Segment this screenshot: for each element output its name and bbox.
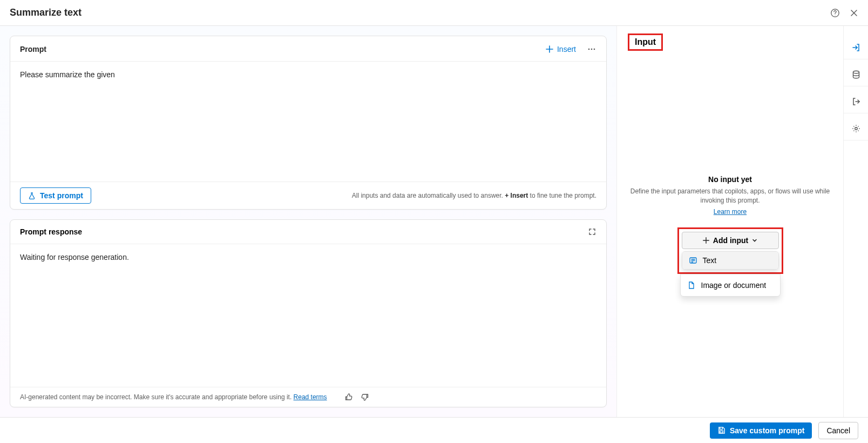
response-card: Prompt response Waiting for response gen… [10, 219, 607, 407]
svg-point-6 [588, 49, 590, 50]
menu-item-text-label: Text [703, 256, 717, 265]
rail-output-icon[interactable] [844, 90, 869, 113]
rail-input-icon[interactable] [844, 36, 869, 59]
plus-icon [545, 45, 554, 53]
svg-point-1 [835, 15, 835, 15]
svg-point-16 [855, 127, 857, 129]
save-label: Save custom prompt [730, 426, 804, 435]
document-icon [687, 281, 696, 290]
empty-title: No input yet [628, 175, 832, 184]
page-title: Summarize text [10, 7, 830, 18]
learn-more-link[interactable]: Learn more [628, 208, 832, 216]
help-icon[interactable] [830, 8, 840, 18]
read-terms-link[interactable]: Read terms [294, 393, 327, 401]
save-icon [717, 426, 725, 434]
menu-item-image-label: Image or document [701, 281, 767, 290]
more-icon[interactable] [587, 44, 596, 54]
test-prompt-label: Test prompt [40, 191, 83, 200]
response-footer: AI-generated content may be incorrect. M… [10, 387, 606, 407]
response-card-title: Prompt response [20, 227, 588, 236]
add-input-menu: Text [682, 251, 779, 270]
svg-point-15 [853, 71, 859, 73]
thumbs-up-icon[interactable] [344, 393, 353, 401]
disclaimer-text: AI-generated content may be incorrect. M… [20, 393, 327, 401]
response-body: Waiting for response generation. [10, 244, 606, 387]
svg-point-8 [594, 49, 595, 50]
cancel-button[interactable]: Cancel [818, 422, 858, 439]
right-rail [843, 26, 868, 417]
add-input-label: Add input [713, 236, 748, 245]
prompt-hint: All inputs and data are automatically us… [352, 192, 596, 199]
prompt-card: Prompt Insert Please summarize the given… [10, 36, 607, 210]
empty-desc: Define the input parameters that copilot… [628, 187, 832, 206]
svg-point-7 [591, 49, 593, 50]
prompt-card-title: Prompt [20, 45, 542, 53]
svg-rect-17 [720, 431, 723, 433]
insert-button[interactable]: Insert [542, 43, 579, 56]
plus-icon [702, 237, 710, 244]
input-tab[interactable]: Input [628, 33, 663, 51]
test-prompt-button[interactable]: Test prompt [20, 187, 91, 204]
empty-state: No input yet Define the input parameters… [628, 175, 832, 274]
insert-label: Insert [557, 45, 576, 53]
menu-item-text[interactable]: Text [682, 252, 778, 269]
page-header: Summarize text [0, 0, 868, 26]
save-button[interactable]: Save custom prompt [710, 422, 812, 439]
expand-icon[interactable] [588, 227, 596, 236]
text-icon [689, 256, 697, 265]
right-panel: Input No input yet Define the input para… [616, 26, 843, 417]
chevron-down-icon [751, 237, 758, 244]
left-column: Prompt Insert Please summarize the given… [0, 26, 616, 417]
prompt-text[interactable]: Please summarize the given [10, 62, 606, 182]
add-input-menu-extra: Image or document [680, 274, 781, 297]
close-icon[interactable] [850, 9, 858, 17]
add-input-highlight: Add input Text [677, 227, 783, 274]
flask-icon [28, 192, 36, 199]
thumbs-down-icon[interactable] [361, 393, 369, 401]
footer-bar: Save custom prompt Cancel [0, 417, 868, 443]
menu-item-image[interactable]: Image or document [681, 277, 780, 294]
rail-settings-icon[interactable] [844, 117, 869, 140]
rail-data-icon[interactable] [844, 63, 869, 86]
add-input-button[interactable]: Add input [682, 232, 779, 249]
main-area: Prompt Insert Please summarize the given… [0, 26, 868, 417]
